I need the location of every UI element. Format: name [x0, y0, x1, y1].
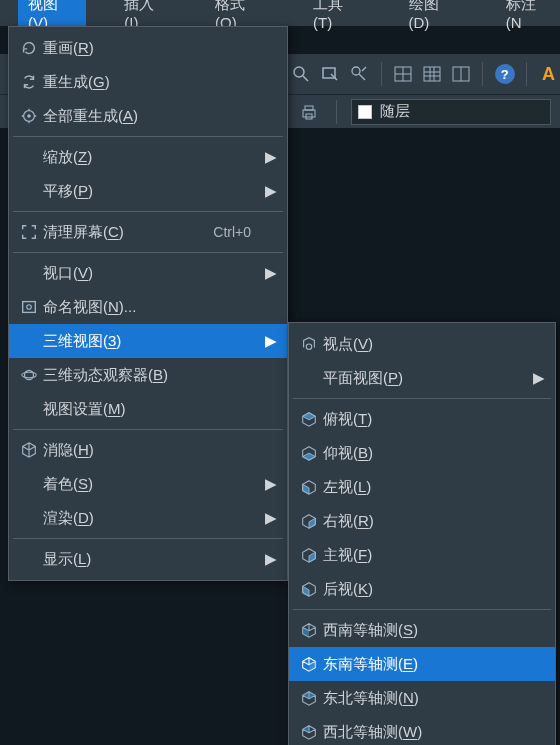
toolbar-separator [482, 62, 483, 86]
grid1-icon[interactable] [392, 61, 415, 87]
menu-item-label: 重生成(G) [43, 73, 265, 92]
toolbar-separator [381, 62, 382, 86]
menu-item-右视[interactable]: 右视(R) [289, 504, 555, 538]
menu-item-label: 平移(P) [43, 182, 265, 201]
help-icon[interactable]: ? [493, 61, 516, 87]
fullscreen-icon [15, 223, 43, 241]
menu-item-西北等轴测[interactable]: 西北等轴测(W) [289, 715, 555, 745]
menu-separator [13, 429, 283, 430]
menu-item-全部重生成[interactable]: 全部重生成(A) [9, 99, 287, 133]
menu-item-label: 东南等轴测(E) [323, 655, 533, 674]
svg-point-18 [27, 114, 31, 118]
menu-item-label: 视点(V) [323, 335, 533, 354]
menu-item-label: 东北等轴测(N) [323, 689, 533, 708]
select-rect-icon[interactable] [319, 61, 342, 87]
svg-rect-7 [424, 67, 440, 81]
menu-item-左视[interactable]: 左视(L) [289, 470, 555, 504]
face-front-icon [295, 546, 323, 564]
svg-point-23 [306, 344, 311, 349]
menu-item-label: 右视(R) [323, 512, 533, 531]
menu-item-俯视[interactable]: 俯视(T) [289, 402, 555, 436]
svg-point-3 [352, 67, 360, 75]
toolbar-separator [526, 62, 527, 86]
menu-item-后视[interactable]: 后视(K) [289, 572, 555, 606]
face-top-icon [295, 410, 323, 428]
menu-item-label: 清理屏幕(C) [43, 223, 213, 242]
regen-all-icon [15, 107, 43, 125]
menu-item-label: 西北等轴测(W) [323, 723, 533, 742]
menu-item-label: 着色(S) [43, 475, 265, 494]
menu-item-label: 重画(R) [43, 39, 265, 58]
menu-item-清理屏幕[interactable]: 清理屏幕(C)Ctrl+0 [9, 215, 287, 249]
menu-item-显示[interactable]: 显示(L)▶ [9, 542, 287, 576]
menu-item-东北等轴测[interactable]: 东北等轴测(N) [289, 681, 555, 715]
menu-item-命名视图[interactable]: 命名视图(N)... [9, 290, 287, 324]
menu-item-消隐[interactable]: 消隐(H) [9, 433, 287, 467]
submenu-arrow-icon: ▶ [265, 148, 279, 166]
menu-item-平移[interactable]: 平移(P)▶ [9, 174, 287, 208]
menu-item-label: 西南等轴测(S) [323, 621, 533, 640]
menu-item-仰视[interactable]: 仰视(B) [289, 436, 555, 470]
menu-item-平面视图[interactable]: 平面视图(P)▶ [289, 361, 555, 395]
menu-item-label: 仰视(B) [323, 444, 533, 463]
iso-se-icon [295, 655, 323, 673]
viewpoint-icon [295, 335, 323, 353]
menu-item-主视[interactable]: 主视(F) [289, 538, 555, 572]
iso-nw-icon [295, 723, 323, 741]
menubar: 视图(V) 插入(I) 格式(O) 工具(T) 绘图(D) 标注(N [0, 0, 560, 26]
submenu-arrow-icon: ▶ [265, 332, 279, 350]
iso-sw-icon [295, 621, 323, 639]
cube-icon [15, 441, 43, 459]
svg-rect-19 [23, 302, 36, 313]
menu-item-label: 显示(L) [43, 550, 265, 569]
menu-item-视图设置[interactable]: 视图设置(M) [9, 392, 287, 426]
menu-item-渲染[interactable]: 渲染(D)▶ [9, 501, 287, 535]
submenu-arrow-icon: ▶ [533, 369, 547, 387]
menu-item-三维动态观察器[interactable]: 三维动态观察器(B) [9, 358, 287, 392]
menu-item-着色[interactable]: 着色(S)▶ [9, 467, 287, 501]
menu-item-label: 平面视图(P) [323, 369, 533, 388]
menu-item-缩放[interactable]: 缩放(Z)▶ [9, 140, 287, 174]
menubar-item-tools[interactable]: 工具(T) [303, 0, 371, 34]
zoom-search-icon[interactable] [290, 61, 313, 87]
grid3-icon[interactable] [449, 61, 472, 87]
menu-item-label: 全部重生成(A) [43, 107, 265, 126]
menu-item-视点[interactable]: 视点(V) [289, 327, 555, 361]
menu-item-label: 主视(F) [323, 546, 533, 565]
menu-item-视口[interactable]: 视口(V)▶ [9, 256, 287, 290]
toolbar-separator [336, 100, 337, 124]
grid2-icon[interactable] [421, 61, 444, 87]
3d-view-submenu: 视点(V)平面视图(P)▶俯视(T)仰视(B)左视(L)右视(R)主视(F)后视… [288, 322, 556, 745]
menubar-item-draw[interactable]: 绘图(D) [399, 0, 468, 34]
face-bottom-icon [295, 444, 323, 462]
face-right-icon [295, 512, 323, 530]
face-left-icon [295, 478, 323, 496]
menu-separator [293, 609, 551, 610]
menu-item-label: 左视(L) [323, 478, 533, 497]
submenu-arrow-icon: ▶ [265, 475, 279, 493]
menubar-item-dim[interactable]: 标注(N [496, 0, 560, 34]
menu-item-label: 命名视图(N)... [43, 298, 265, 317]
menu-item-label: 三维动态观察器(B) [43, 366, 265, 385]
menu-item-重画[interactable]: 重画(R) [9, 31, 287, 65]
menu-item-重生成[interactable]: 重生成(G) [9, 65, 287, 99]
menu-item-三维视图[interactable]: 三维视图(3)▶ [9, 324, 287, 358]
svg-point-0 [294, 67, 304, 77]
menu-separator [13, 538, 283, 539]
menu-item-西南等轴测[interactable]: 西南等轴测(S) [289, 613, 555, 647]
text-style-icon[interactable]: A [537, 61, 560, 87]
refresh-icon [15, 39, 43, 57]
orbit-icon [15, 366, 43, 384]
zoom-arrow-icon[interactable] [348, 61, 371, 87]
layer-selector[interactable]: 随层 [351, 99, 551, 125]
printer-icon[interactable] [296, 99, 322, 125]
menu-item-东南等轴测[interactable]: 东南等轴测(E) [289, 647, 555, 681]
named-view-icon [15, 298, 43, 316]
view-menu: 重画(R)重生成(G)全部重生成(A)缩放(Z)▶平移(P)▶清理屏幕(C)Ct… [8, 26, 288, 581]
menu-item-label: 渲染(D) [43, 509, 265, 528]
menu-item-label: 后视(K) [323, 580, 533, 599]
layer-color-swatch [358, 105, 372, 119]
menu-item-shortcut: Ctrl+0 [213, 224, 265, 240]
regen-icon [15, 73, 43, 91]
submenu-arrow-icon: ▶ [265, 550, 279, 568]
